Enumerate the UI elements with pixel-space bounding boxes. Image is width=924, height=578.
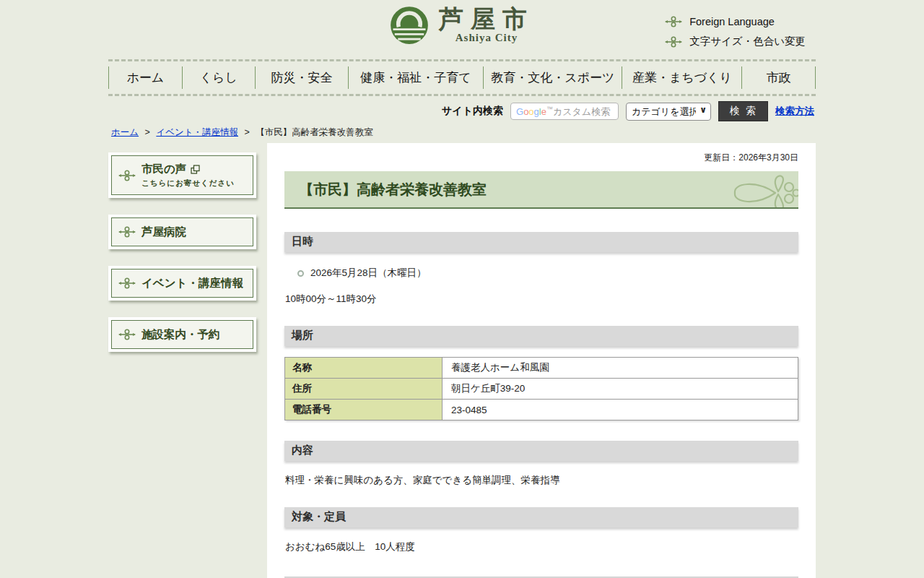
breadcrumb-home-link[interactable]: ホーム bbox=[111, 127, 139, 137]
sidebar-item-label: イベント・講座情報 bbox=[141, 276, 243, 291]
sidebar-item-ashiya-hospital[interactable]: 芦屋病院 bbox=[108, 215, 256, 249]
nav-divider bbox=[815, 66, 816, 89]
nav-item-sangyo[interactable]: 産業・まちづくり bbox=[622, 61, 741, 94]
section-heading-place: 場所 bbox=[284, 326, 798, 346]
ornament-icon bbox=[665, 36, 682, 48]
ornament-icon bbox=[118, 277, 136, 289]
ornament-icon bbox=[118, 170, 136, 181]
category-select-wrap: カテゴリを選択 bbox=[626, 103, 711, 121]
external-link-icon bbox=[191, 165, 200, 174]
sidebar-item-label: 施設案内・予約 bbox=[141, 327, 220, 342]
text-size-color-link[interactable]: 文字サイズ・色合い変更 bbox=[665, 35, 806, 48]
site-brand[interactable]: 芦屋市 Ashiya City bbox=[390, 6, 534, 45]
table-row: 名称 養護老人ホーム和風園 bbox=[285, 358, 798, 379]
breadcrumb-events-link[interactable]: イベント・講座情報 bbox=[156, 127, 238, 137]
flourish-ornament-icon bbox=[732, 173, 798, 209]
global-nav: ホーム くらし 防災・安全 健康・福祉・子育て 教育・文化・スポーツ 産業・まち… bbox=[108, 59, 816, 96]
breadcrumb-separator: > bbox=[145, 127, 150, 137]
place-phone-label: 電話番号 bbox=[285, 400, 443, 420]
content-text: 料理・栄養に興味のある方、家庭でできる簡単調理、栄養指導 bbox=[285, 474, 798, 487]
breadcrumb-current: 【市民】高齢者栄養改善教室 bbox=[256, 127, 373, 137]
capacity-text: おおむね65歳以上 10人程度 bbox=[285, 540, 798, 553]
search-help-link[interactable]: 検索方法 bbox=[775, 105, 814, 118]
table-row: 電話番号 23-0485 bbox=[285, 400, 798, 420]
site-search: サイト内検索 Google™カスタム検索 カテゴリを選択 検索 検索方法 bbox=[108, 96, 816, 124]
nav-item-shisei[interactable]: 市政 bbox=[742, 61, 815, 94]
main-content: 更新日：2026年3月30日 【市民】高齢者栄養改善教室 日時 2026年5月2… bbox=[267, 143, 816, 578]
event-time: 10時00分～11時30分 bbox=[285, 293, 798, 306]
search-button[interactable]: 検索 bbox=[718, 101, 768, 121]
sidebar-item-shimin-no-koe[interactable]: 市民の声 こちらにお寄せください bbox=[108, 152, 256, 198]
event-date: 2026年5月28日（木曜日） bbox=[310, 267, 427, 280]
header-utility-links: Foreign Language 文字サイズ・色合い変更 bbox=[665, 16, 806, 48]
place-table: 名称 養護老人ホーム和風園 住所 朝日ケ丘町39-20 電話番号 23-0485 bbox=[284, 357, 798, 420]
sidebar-item-sublabel: こちらにお寄せください bbox=[141, 178, 235, 189]
site-title: 芦屋市 bbox=[439, 7, 534, 33]
bullet-circle-icon bbox=[297, 270, 304, 277]
search-label: サイト内検索 bbox=[442, 105, 503, 118]
category-select[interactable]: カテゴリを選択 bbox=[626, 103, 711, 121]
page-title: 【市民】高齢者栄養改善教室 bbox=[299, 180, 487, 199]
nav-item-kenko[interactable]: 健康・福祉・子育て bbox=[349, 61, 484, 94]
place-phone-value: 23-0485 bbox=[443, 400, 798, 420]
nav-item-kyoiku[interactable]: 教育・文化・スポーツ bbox=[484, 61, 622, 94]
foreign-language-link[interactable]: Foreign Language bbox=[665, 16, 806, 27]
site-header: 芦屋市 Ashiya City Foreign Language 文字サイズ・色… bbox=[0, 0, 924, 59]
place-name-value: 養護老人ホーム和風園 bbox=[443, 358, 798, 379]
section-heading-capacity: 対象・定員 bbox=[284, 507, 798, 527]
place-address-value: 朝日ケ丘町39-20 bbox=[443, 379, 798, 400]
section-heading-datetime: 日時 bbox=[284, 232, 798, 252]
table-row: 住所 朝日ケ丘町39-20 bbox=[285, 379, 798, 400]
text-size-color-label: 文字サイズ・色合い変更 bbox=[689, 35, 806, 48]
sidebar-item-facility-reserve[interactable]: 施設案内・予約 bbox=[108, 317, 256, 352]
site-subtitle: Ashiya City bbox=[439, 32, 534, 44]
ornament-icon bbox=[118, 329, 136, 340]
city-logo-icon bbox=[390, 6, 429, 45]
nav-item-home[interactable]: ホーム bbox=[109, 61, 182, 94]
search-input[interactable] bbox=[510, 103, 619, 120]
foreign-language-label: Foreign Language bbox=[689, 16, 775, 27]
section-heading-content: 内容 bbox=[284, 441, 798, 461]
nav-item-bosai[interactable]: 防災・安全 bbox=[256, 61, 347, 94]
breadcrumb: ホーム > イベント・講座情報 > 【市民】高齢者栄養改善教室 bbox=[108, 124, 816, 143]
updated-date: 更新日：2026年3月30日 bbox=[284, 152, 798, 164]
place-address-label: 住所 bbox=[285, 379, 443, 400]
article-title-bar: 【市民】高齢者栄養改善教室 bbox=[284, 171, 798, 209]
ornament-icon bbox=[118, 226, 136, 238]
breadcrumb-separator: > bbox=[245, 127, 250, 137]
sidebar: 市民の声 こちらにお寄せください 芦屋病院 イベント・講座情報 bbox=[108, 143, 256, 368]
nav-item-kurashi[interactable]: くらし bbox=[183, 61, 256, 94]
ornament-icon bbox=[665, 16, 682, 27]
sidebar-item-label: 芦屋病院 bbox=[141, 225, 186, 240]
datetime-list-item: 2026年5月28日（木曜日） bbox=[297, 267, 798, 280]
sidebar-item-event-info[interactable]: イベント・講座情報 bbox=[108, 266, 256, 301]
place-name-label: 名称 bbox=[285, 358, 443, 379]
sidebar-item-label: 市民の声 bbox=[141, 162, 186, 177]
